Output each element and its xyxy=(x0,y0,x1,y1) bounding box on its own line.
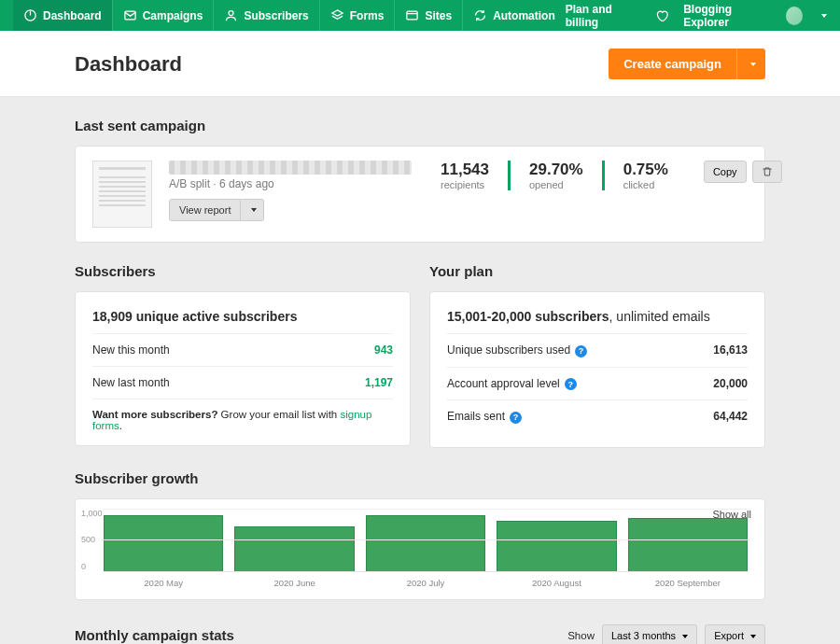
avatar[interactable] xyxy=(786,7,803,25)
growth-title: Subscriber growth xyxy=(75,470,765,486)
nav-campaigns[interactable]: Campaigns xyxy=(112,0,214,31)
help-icon[interactable]: ? xyxy=(510,412,522,424)
y-axis: 1,000 500 0 xyxy=(81,509,103,571)
subscribers-cta: Want more subscribers? Grow your email l… xyxy=(92,399,393,431)
campaign-meta: A/B split · 6 days ago xyxy=(169,177,412,190)
nav-sites[interactable]: Sites xyxy=(394,0,462,31)
row-emails-sent: Emails sent? 64,442 xyxy=(447,399,748,433)
help-icon[interactable]: ? xyxy=(575,345,587,357)
subscribers-card: 18,909 unique active subscribers New thi… xyxy=(75,291,411,446)
show-label: Show xyxy=(567,630,595,641)
growth-chart-card: Show all 1,000 500 0 2020 May 2020 June … xyxy=(75,498,765,600)
view-report-dropdown[interactable] xyxy=(241,199,264,221)
monthly-controls: Show Last 3 months Export xyxy=(567,624,765,645)
x-axis: 2020 May 2020 June 2020 July 2020 August… xyxy=(104,578,748,588)
campaign-thumbnail[interactable] xyxy=(92,161,152,228)
chevron-down-icon xyxy=(750,63,756,66)
plan-billing-link[interactable]: Plan and billing xyxy=(566,3,640,29)
nav-forms[interactable]: Forms xyxy=(319,0,395,31)
view-report-button[interactable]: View report xyxy=(169,199,241,221)
nav-automation[interactable]: Automation xyxy=(462,0,566,31)
trash-icon xyxy=(762,166,773,177)
bar-chart: 1,000 500 0 xyxy=(104,509,748,572)
stat-opened: 29.70% opened xyxy=(508,161,602,190)
nav-subscribers[interactable]: Subscribers xyxy=(213,0,318,31)
heart-icon[interactable] xyxy=(655,8,668,23)
create-campaign-label: Create campaign xyxy=(609,57,736,71)
subscribers-title: Subscribers xyxy=(75,263,411,279)
nav-dashboard[interactable]: Dashboard xyxy=(13,0,112,31)
page-title: Dashboard xyxy=(75,52,182,77)
chevron-down-icon xyxy=(251,208,257,212)
campaign-info: A/B split · 6 days ago View report xyxy=(169,161,412,221)
nav-label: Campaigns xyxy=(143,9,203,22)
date-range-dropdown[interactable]: Last 3 months xyxy=(602,624,697,645)
delete-button[interactable] xyxy=(752,161,782,183)
growth-section: Subscriber growth Show all 1,000 500 0 2… xyxy=(75,470,765,600)
page-header: Dashboard Create campaign xyxy=(0,31,840,97)
subscribers-headline: 18,909 unique active subscribers xyxy=(92,306,393,333)
row-approval-level: Account approval level? 20,000 xyxy=(447,367,748,400)
plan-title: Your plan xyxy=(429,263,765,279)
dashboard-icon xyxy=(23,8,37,22)
nav-label: Dashboard xyxy=(43,9,102,22)
monthly-header: Monthly campaign stats Show Last 3 month… xyxy=(75,624,765,645)
campaign-title-redacted xyxy=(169,161,412,175)
plan-section: Your plan 15,001-20,000 subscribers, unl… xyxy=(429,263,765,448)
svg-point-2 xyxy=(229,11,233,16)
refresh-icon xyxy=(473,8,487,22)
nav-label: Subscribers xyxy=(244,9,308,22)
last-campaign-card: A/B split · 6 days ago View report 11,54… xyxy=(75,146,765,243)
chevron-down-icon xyxy=(682,635,688,638)
copy-button[interactable]: Copy xyxy=(704,161,747,183)
user-name[interactable]: Blogging Explorer xyxy=(683,3,771,29)
plan-headline: 15,001-20,000 subscribers, unlimited ema… xyxy=(447,306,748,333)
create-campaign-dropdown[interactable] xyxy=(736,49,765,79)
svg-rect-3 xyxy=(407,11,417,20)
chevron-down-icon xyxy=(750,635,756,638)
section-last-sent-title: Last sent campaign xyxy=(75,118,765,133)
top-nav: Dashboard Campaigns Subscribers Forms Si… xyxy=(0,0,840,31)
plan-card: 15,001-20,000 subscribers, unlimited ema… xyxy=(429,291,765,448)
nav-label: Sites xyxy=(425,9,452,22)
chevron-down-icon[interactable] xyxy=(821,14,827,18)
monthly-title: Monthly campaign stats xyxy=(75,627,234,643)
nav-right: Plan and billing Blogging Explorer xyxy=(566,3,827,29)
nav-label: Automation xyxy=(493,9,555,22)
row-new-last-month: New last month 1,197 xyxy=(92,366,393,399)
help-icon[interactable]: ? xyxy=(565,378,577,390)
campaign-stats: 11,543 recipients 29.70% opened 0.75% cl… xyxy=(436,161,687,190)
subscribers-section: Subscribers 18,909 unique active subscri… xyxy=(75,263,411,448)
row-new-this-month: New this month 943 xyxy=(92,333,393,366)
window-icon xyxy=(405,8,419,22)
nav-items: Dashboard Campaigns Subscribers Forms Si… xyxy=(13,0,566,31)
stat-recipients: 11,543 recipients xyxy=(436,161,508,190)
row-unique-subs: Unique subscribers used? 16,613 xyxy=(447,333,748,367)
campaign-actions: Copy xyxy=(704,161,782,183)
mail-icon xyxy=(123,8,137,22)
nav-label: Forms xyxy=(350,9,385,22)
stat-clicked: 0.75% clicked xyxy=(602,161,687,190)
create-campaign-button[interactable]: Create campaign xyxy=(609,49,765,79)
last-sent-section: Last sent campaign A/B split · 6 days ag… xyxy=(75,118,765,243)
layers-icon xyxy=(330,8,344,22)
export-dropdown[interactable]: Export xyxy=(705,624,765,645)
user-icon xyxy=(224,8,238,22)
